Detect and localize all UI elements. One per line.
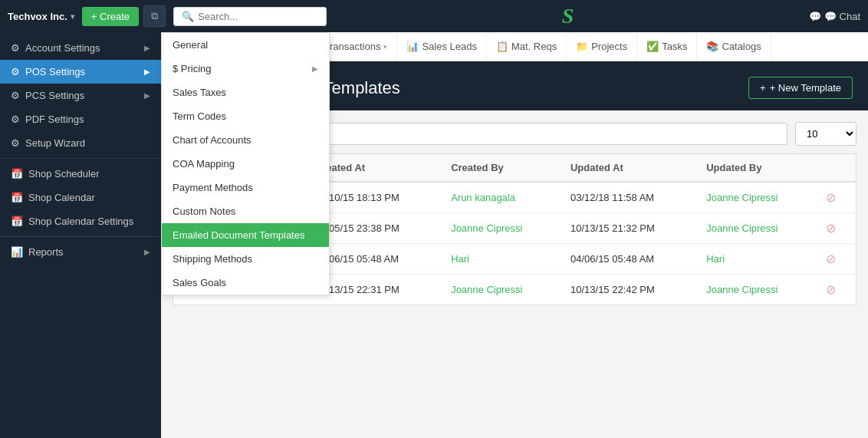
app-logo: S	[327, 4, 809, 28]
gear-icon: ⚙	[11, 42, 20, 54]
pos-settings-submenu: General $ Pricing ▶ Sales Taxes Term Cod…	[161, 32, 330, 61]
submenu-pricing[interactable]: $ Pricing ▶	[162, 57, 329, 61]
secnav-catalogs[interactable]: 📚 Catalogs	[697, 32, 771, 61]
mat-reqs-icon: 📋	[496, 41, 508, 52]
sidebar-item-pos-settings[interactable]: ⚙ POS Settings ▶	[0, 60, 161, 61]
secnav-label: Projects	[591, 41, 627, 52]
secnav-label: Sales Leads	[422, 41, 477, 52]
catalogs-icon: 📚	[706, 41, 718, 52]
projects-icon: 📁	[576, 41, 588, 52]
brand-name: Techvox Inc.	[8, 11, 67, 22]
search-icon: 🔍	[182, 11, 194, 22]
secnav-sales-leads[interactable]: 📊 Sales Leads	[397, 32, 487, 61]
sidebar-item-account-settings[interactable]: ⚙ Account Settings ▶	[0, 36, 161, 60]
copy-button[interactable]: ⧉	[143, 5, 166, 27]
chat-icon: 💬	[809, 11, 821, 22]
create-button[interactable]: + Create	[82, 7, 139, 26]
secnav-projects[interactable]: 📁 Projects	[567, 32, 637, 61]
submenu-label: General	[173, 39, 208, 51]
chat-button[interactable]: 💬 💬 Chat	[809, 11, 860, 22]
submenu-general[interactable]: General	[162, 33, 329, 57]
secnav-label: Tasks	[662, 41, 687, 52]
top-navbar: Techvox Inc. ▾ + Create ⧉ 🔍 S 💬 💬 Chat	[0, 0, 868, 32]
brand-logo[interactable]: Techvox Inc. ▾	[8, 11, 74, 22]
secnav-mat-reqs[interactable]: 📋 Mat. Reqs	[487, 32, 567, 61]
sidebar: ⚙ Account Settings ▶ ⚙ POS Settings ▶ ⚙ …	[0, 32, 161, 61]
tasks-icon: ✅	[646, 41, 659, 52]
secnav-tasks[interactable]: ✅ Tasks	[637, 32, 697, 61]
brand-chevron-icon: ▾	[71, 12, 74, 21]
chevron-down-icon: ▾	[383, 43, 387, 51]
sidebar-item-label: Account Settings	[25, 42, 100, 54]
chevron-right-icon: ▶	[144, 44, 150, 52]
search-input[interactable]	[198, 11, 318, 22]
chat-label: 💬 Chat	[824, 11, 860, 22]
secnav-label: Transactions	[324, 41, 380, 52]
search-box: 🔍	[173, 7, 327, 26]
secnav-label: Catalogs	[722, 41, 761, 52]
sales-leads-icon: 📊	[406, 41, 419, 52]
secnav-label: Mat. Reqs	[511, 41, 557, 52]
